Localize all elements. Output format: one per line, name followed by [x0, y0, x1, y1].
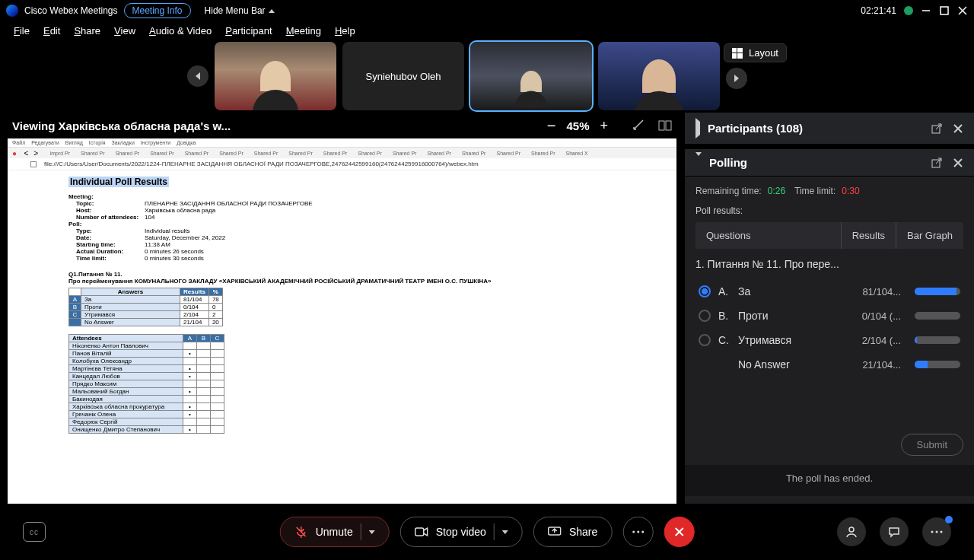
radio-icon [699, 334, 711, 346]
title-bar: Cisco Webex Meetings Meeting Info Hide M… [0, 0, 974, 21]
svg-rect-5 [666, 121, 671, 130]
video-tile-3[interactable] [470, 42, 592, 110]
leave-meeting-button[interactable] [664, 517, 694, 547]
mic-muted-icon [294, 525, 308, 539]
stop-video-button[interactable]: Stop video [400, 517, 523, 547]
radio-icon [699, 310, 711, 322]
annotate-icon[interactable] [632, 119, 646, 132]
chevron-down-icon [695, 156, 702, 169]
menu-participant[interactable]: Participant [225, 25, 272, 37]
zoom-in-button[interactable]: + [600, 118, 608, 134]
home-icon [30, 161, 37, 167]
radio-icon [699, 285, 711, 298]
video-tile-2[interactable]: Syniehubov Oleh [342, 42, 464, 110]
closed-captions-button[interactable]: cc [23, 522, 46, 542]
svg-rect-12 [415, 528, 424, 536]
svg-point-19 [849, 527, 854, 532]
control-bar: cc Unmute Stop video Share [0, 504, 974, 560]
meeting-timer: 02:21:41 [861, 5, 896, 16]
menu-share[interactable]: Share [74, 25, 100, 37]
poll-question: 1. Питання № 11. Про пере... [695, 249, 963, 279]
svg-rect-4 [659, 121, 664, 130]
chat-button[interactable] [880, 517, 909, 546]
close-panel-icon[interactable] [953, 123, 963, 134]
side-panel: Participants (108) Polling Remaining tim… [685, 113, 974, 504]
side-by-side-icon[interactable] [658, 119, 672, 132]
webex-logo-icon [6, 5, 18, 17]
layout-button[interactable]: Layout [724, 43, 787, 62]
polling-panel-header[interactable]: Polling [685, 145, 974, 177]
app-name: Cisco Webex Meetings [24, 5, 118, 16]
close-panel-icon[interactable] [953, 158, 963, 168]
svg-point-20 [931, 531, 934, 533]
video-tile-1[interactable] [215, 42, 336, 110]
zoom-level: 45% [566, 119, 589, 132]
chevron-up-icon [269, 9, 275, 13]
svg-point-15 [637, 531, 639, 533]
poll-option[interactable]: B. Проти 0/104 (... [695, 304, 963, 328]
more-options-button[interactable] [622, 517, 653, 547]
svg-rect-1 [941, 7, 948, 14]
hide-menu-bar-button[interactable]: Hide Menu Bar [205, 5, 275, 16]
svg-point-21 [936, 531, 938, 533]
chevron-down-icon[interactable] [502, 530, 508, 534]
menu-audio-video[interactable]: Audio & Video [149, 25, 212, 37]
poll-option[interactable]: No Answer 21/104... [695, 352, 963, 377]
camera-icon [415, 527, 428, 537]
meeting-info-button[interactable]: Meeting Info [124, 3, 191, 18]
layout-grid-icon [732, 48, 743, 59]
chevron-down-icon[interactable] [369, 530, 375, 534]
poll-timer: Remaining time: 0:26 Time limit: 0:30 [695, 177, 963, 205]
chevron-right-icon [695, 122, 700, 135]
filmstrip-prev-button[interactable] [187, 65, 208, 87]
zoom-out-button[interactable]: − [547, 117, 556, 135]
unmute-button[interactable]: Unmute [280, 517, 390, 547]
chevron-left-icon [196, 72, 200, 80]
panels-button[interactable] [922, 517, 951, 546]
menu-meeting[interactable]: Meeting [286, 25, 321, 37]
viewing-label: Viewing Харківська обласна рада's w... [12, 119, 231, 132]
menu-view[interactable]: View [114, 25, 135, 37]
tab-questions[interactable]: Questions [695, 222, 841, 249]
submit-button[interactable]: Submit [901, 434, 963, 456]
popout-icon[interactable] [931, 123, 942, 134]
poll-option[interactable]: A. За 81/104... [695, 279, 963, 304]
chevron-right-icon [734, 75, 739, 82]
poll-results-label: Poll results: [695, 205, 963, 222]
minimize-button[interactable] [921, 5, 931, 16]
svg-point-16 [641, 531, 644, 533]
poll-option[interactable]: C. Утримався 2/104 (... [695, 328, 963, 352]
participants-panel-header[interactable]: Participants (108) [685, 113, 974, 145]
video-filmstrip: Syniehubov Oleh Layout [0, 40, 974, 113]
maximize-button[interactable] [939, 5, 950, 16]
svg-point-14 [632, 531, 635, 533]
menu-file[interactable]: File [14, 25, 30, 37]
poll-ended-text: The poll has ended. [685, 465, 974, 496]
shared-content-area: Viewing Харківська обласна рада's w... −… [0, 113, 685, 504]
popout-icon[interactable] [931, 158, 942, 168]
close-button[interactable] [957, 5, 968, 16]
filmstrip-next-button[interactable] [726, 68, 747, 89]
participants-button[interactable] [837, 517, 866, 546]
poll-tabs: Questions Results Bar Graph [695, 222, 963, 249]
tab-bar-graph[interactable]: Bar Graph [896, 222, 963, 249]
video-tile-4[interactable] [598, 42, 720, 110]
url-text: file:///C:/Users/User/Documents/2022/122… [44, 161, 479, 167]
menu-bar: File Edit Share View Audio & Video Parti… [0, 21, 974, 40]
menu-help[interactable]: Help [335, 25, 355, 37]
shared-browser-window[interactable]: ФайлРедагуватиВиглядІсторіяЗакладкиІнстр… [8, 138, 676, 504]
share-screen-icon [548, 527, 562, 537]
tab-results[interactable]: Results [841, 222, 896, 249]
menu-edit[interactable]: Edit [43, 25, 60, 37]
network-status-icon[interactable] [904, 6, 913, 15]
svg-point-22 [941, 531, 943, 533]
doc-title: Individual Poll Results [68, 177, 169, 187]
share-button[interactable]: Share [533, 517, 612, 547]
